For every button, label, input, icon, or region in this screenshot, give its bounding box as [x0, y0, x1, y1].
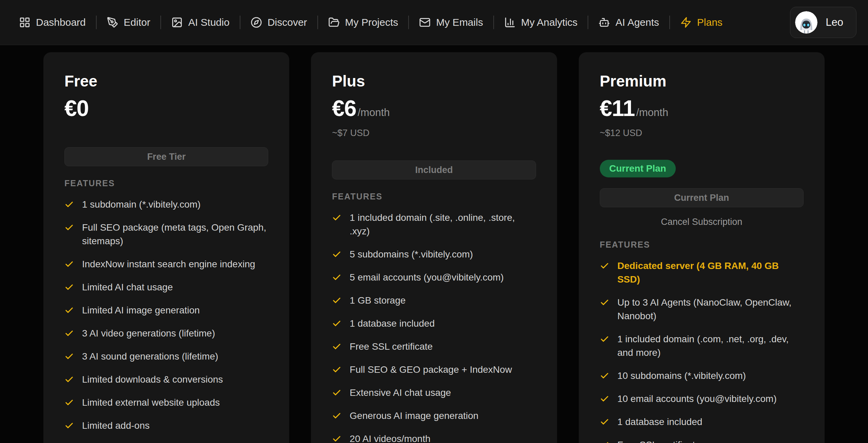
nav-item-label: Editor — [124, 17, 150, 28]
cancel-subscription-link[interactable]: Cancel Subscription — [600, 216, 804, 228]
feature-item: Limited external website uploads — [64, 396, 268, 409]
bar-chart-icon — [504, 17, 516, 28]
feature-text: 5 email accounts (you@vibitely.com) — [350, 271, 504, 284]
pen-tool-icon — [107, 17, 118, 28]
check-icon — [600, 417, 609, 427]
check-icon — [64, 329, 74, 338]
plan-name: Free — [64, 72, 268, 90]
feature-text: 1 included domain (.site, .online, .stor… — [350, 211, 536, 238]
dashboard-grid-icon — [19, 17, 31, 28]
check-icon — [600, 298, 609, 307]
feature-text: Extensive AI chat usage — [350, 386, 451, 400]
feature-item: 20 AI videos/month — [332, 432, 536, 443]
check-icon — [332, 434, 341, 443]
robot-icon — [598, 17, 610, 28]
nav-separator — [317, 16, 318, 29]
nav-item-label: Discover — [268, 17, 307, 28]
user-name: Leo — [826, 16, 843, 28]
feature-item: Full SEO & GEO package + IndexNow — [332, 363, 536, 377]
feature-item: Limited downloads & conversions — [64, 373, 268, 386]
check-icon — [332, 365, 341, 374]
feature-item: Free SSL certificate — [332, 340, 536, 353]
nav-item-editor[interactable]: Editor — [107, 17, 150, 28]
feature-text: 1 subdomain (*.vibitely.com) — [82, 198, 201, 211]
nav-item-label: Plans — [697, 17, 723, 28]
feature-item: 5 subdomains (*.vibitely.com) — [332, 248, 536, 261]
user-card[interactable]: Leo — [790, 7, 856, 38]
feature-text: Limited external website uploads — [82, 396, 220, 409]
feature-text: Free SSL certificate — [617, 438, 701, 443]
check-icon — [600, 394, 609, 404]
nav-separator — [493, 16, 494, 29]
feature-text: 10 email accounts (you@vibitely.com) — [617, 392, 777, 406]
check-icon — [332, 319, 341, 328]
plan-price-row: €11 /month — [600, 96, 804, 120]
plan-cta-button[interactable]: Included — [332, 160, 536, 179]
feature-text: Limited downloads & conversions — [82, 373, 223, 386]
nav-item-my-analytics[interactable]: My Analytics — [504, 17, 578, 28]
check-icon — [332, 388, 341, 398]
feature-item: IndexNow instant search engine indexing — [64, 257, 268, 271]
nav-item-discover[interactable]: Discover — [251, 17, 307, 28]
nav-separator — [96, 16, 97, 29]
nav-separator — [408, 16, 409, 29]
feature-text: Generous AI image generation — [350, 409, 478, 423]
feature-item: 1 database included — [600, 415, 804, 429]
nav-item-label: My Projects — [345, 17, 398, 28]
folder-open-icon — [328, 17, 340, 28]
nav-item-label: Dashboard — [36, 17, 86, 28]
feature-text: Dedicated server (4 GB RAM, 40 GB SSD) — [617, 259, 804, 286]
check-icon — [600, 334, 609, 344]
nav-item-ai-agents[interactable]: AI Agents — [598, 17, 659, 28]
feature-item: 1 GB storage — [332, 294, 536, 307]
nav-separator — [588, 16, 588, 29]
check-icon — [64, 200, 74, 209]
feature-text: Limited AI chat usage — [82, 281, 173, 294]
nav-item-my-projects[interactable]: My Projects — [328, 17, 398, 28]
feature-text: 3 AI video generations (lifetime) — [82, 327, 215, 340]
nav-item-label: AI Agents — [615, 17, 659, 28]
feature-text: Limited add-ons — [82, 419, 150, 432]
feature-item: Up to 3 AI Agents (NanoClaw, OpenClaw, N… — [600, 296, 804, 323]
nav-item-dashboard[interactable]: Dashboard — [19, 17, 86, 28]
feature-text: 1 database included — [350, 317, 435, 330]
nav-item-ai-studio[interactable]: AI Studio — [171, 17, 230, 28]
feature-text: Limited AI image generation — [82, 304, 200, 317]
nav-item-plans[interactable]: Plans — [680, 17, 723, 28]
features-heading: FEATURES — [332, 192, 536, 201]
feature-text: Free SSL certificate — [350, 340, 433, 353]
feature-item: 3 AI video generations (lifetime) — [64, 327, 268, 340]
feature-item: Extensive AI chat usage — [332, 386, 536, 400]
feature-item: Limited AI image generation — [64, 304, 268, 317]
features-list: 1 subdomain (*.vibitely.com)Full SEO pac… — [64, 198, 268, 432]
feature-item: 1 included domain (.com, .net, .org, .de… — [600, 332, 804, 360]
feature-item: Generous AI image generation — [332, 409, 536, 423]
check-icon — [332, 411, 341, 421]
plan-price-row: €0 — [64, 96, 268, 120]
feature-text: Up to 3 AI Agents (NanoClaw, OpenClaw, N… — [617, 296, 804, 323]
avatar — [795, 11, 817, 34]
features-list: Dedicated server (4 GB RAM, 40 GB SSD)Up… — [600, 259, 804, 443]
feature-item: 1 database included — [332, 317, 536, 330]
nav-separator — [669, 16, 670, 29]
features-heading: FEATURES — [600, 240, 804, 250]
plan-usd-note: ~$7 USD — [332, 128, 536, 139]
envelope-icon — [419, 17, 431, 28]
feature-item: 1 included domain (.site, .online, .stor… — [332, 211, 536, 238]
compass-icon — [251, 17, 262, 28]
plan-name: Plus — [332, 72, 536, 90]
check-icon — [600, 371, 609, 381]
feature-item: 10 subdomains (*.vibitely.com) — [600, 369, 804, 383]
plan-price-period: /month — [358, 107, 390, 119]
check-icon — [64, 398, 74, 407]
check-icon — [64, 259, 74, 269]
feature-text: Full SEO package (meta tags, Open Graph,… — [82, 221, 268, 248]
check-icon — [600, 440, 609, 443]
plan-card-premium: Premium €11 /month ~$12 USD Current Plan… — [579, 52, 825, 443]
nav-item-my-emails[interactable]: My Emails — [419, 17, 483, 28]
plan-cta-button[interactable]: Free Tier — [64, 147, 268, 166]
top-nav-bar: Dashboard Editor AI Studio Discover My P… — [0, 0, 868, 45]
plan-cta-button[interactable]: Current Plan — [600, 188, 804, 207]
feature-item: Limited add-ons — [64, 419, 268, 432]
image-icon — [171, 17, 183, 28]
